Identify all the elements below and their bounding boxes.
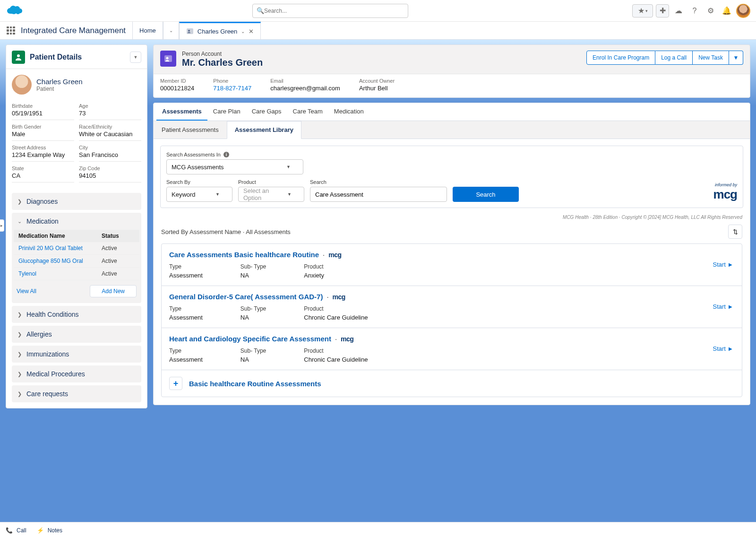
chevron-down-icon: ▼ — [287, 192, 292, 197]
tabs-card: Assessments Care Plan Care Gaps Care Tea… — [153, 103, 750, 405]
meta-value: Chronic Care Guideline — [304, 314, 368, 321]
person-account-icon — [160, 51, 176, 67]
object-label: Person Account — [182, 51, 263, 57]
value-phone[interactable]: 718-827-7147 — [213, 85, 251, 92]
record-title: Mr. Charles Green — [182, 57, 263, 68]
label-state: State — [12, 165, 74, 171]
assessment-title[interactable]: Care Assessments Basic healthcare Routin… — [169, 251, 734, 259]
meta-label: Product — [304, 347, 368, 354]
meta-value: NA — [241, 356, 266, 363]
accordion-health-conditions[interactable]: ❯Health Conditions — [12, 306, 141, 323]
chevron-down-icon: ▾ — [645, 9, 648, 13]
svg-point-4 — [166, 57, 169, 60]
more-actions-button[interactable]: ▼ — [729, 51, 743, 65]
value-zip: 94105 — [79, 172, 141, 179]
label-email: Email — [270, 78, 340, 84]
app-launcher-icon[interactable] — [7, 26, 15, 35]
label-phone: Phone — [213, 78, 251, 84]
star-icon: ★ — [638, 6, 644, 15]
tab-medication[interactable]: Medication — [328, 103, 369, 121]
select-search-in[interactable]: MCG Assessments▼ — [166, 159, 303, 174]
sidebar-menu[interactable]: ▼ — [130, 52, 141, 63]
add-new-button[interactable]: Add New — [90, 285, 137, 297]
medication-status: Active — [102, 258, 135, 264]
start-link[interactable]: Start▶ — [713, 261, 732, 268]
sidebar-header-left: Patient Details — [12, 51, 82, 64]
utility-call[interactable]: 📞Call — [6, 527, 26, 534]
value-race: White or Caucasian — [79, 130, 141, 138]
assessment-title[interactable]: Basic healthcare Routine Assessments — [189, 380, 321, 388]
nav-tab-record[interactable]: Charles Green ⌄ ✕ — [179, 22, 261, 39]
patient-summary: Charles Green Patient — [12, 75, 141, 95]
label-search-by: Search By — [166, 179, 232, 185]
sort-button[interactable]: ⇅ — [728, 225, 742, 239]
subtab-patient-assessments[interactable]: Patient Assessments — [154, 121, 227, 139]
log-call-button[interactable]: Log a Call — [655, 51, 693, 65]
accordion-immunizations[interactable]: ❯Immunizations — [12, 346, 141, 363]
assessment-title[interactable]: General Disorder-5 Care( Assessment GAD-… — [169, 293, 734, 301]
meta-value: Assessment — [169, 314, 203, 321]
search-input[interactable] — [310, 187, 447, 202]
help-icon[interactable]: ? — [688, 4, 701, 17]
favorites-dropdown[interactable]: ★▾ — [632, 4, 653, 17]
global-search[interactable]: 🔍 — [252, 4, 408, 18]
chevron-down-icon: ▼ — [286, 165, 291, 169]
meta-label: Sub- Type — [241, 347, 266, 354]
medication-link[interactable]: Glucophage 850 MG Oral — [18, 258, 102, 264]
select-value: MCG Assessments — [172, 164, 224, 171]
start-link[interactable]: Start▶ — [713, 303, 732, 310]
select-search-by[interactable]: Keyword▼ — [166, 187, 232, 202]
col-status: Status — [102, 233, 135, 239]
patient-name: Charles Green — [36, 78, 83, 86]
nav-tab-home-menu[interactable]: ⌄ — [163, 22, 179, 39]
user-avatar[interactable] — [736, 4, 750, 18]
expand-button[interactable]: + — [169, 377, 182, 390]
left-drawer-handle[interactable]: ▸ — [0, 219, 4, 232]
subtab-assessment-library[interactable]: Assessment Library — [227, 121, 301, 139]
select-placeholder: Select an Option — [243, 187, 287, 201]
guidance-icon[interactable]: ☁ — [672, 4, 685, 17]
enrol-button[interactable]: Enrol In Care Program — [586, 51, 655, 65]
select-product[interactable]: Select an Option▼ — [238, 187, 304, 202]
tab-assessments[interactable]: Assessments — [156, 103, 207, 121]
nav-tab-home[interactable]: Home — [132, 22, 163, 39]
chevron-down-icon: ▼ — [733, 54, 739, 61]
setup-gear-icon[interactable]: ⚙ — [704, 4, 717, 17]
start-link[interactable]: Start▶ — [713, 345, 732, 352]
accordion-allergies[interactable]: ❯Allergies — [12, 326, 141, 343]
global-search-input[interactable] — [264, 8, 404, 14]
accordion-care-requests[interactable]: ❯Care requests — [12, 385, 141, 402]
utility-notes[interactable]: ⚡Notes — [37, 527, 62, 534]
new-task-button[interactable]: New Task — [693, 51, 729, 65]
play-icon: ▶ — [729, 304, 732, 309]
tab-care-team[interactable]: Care Team — [287, 103, 328, 121]
add-icon[interactable]: ✚ — [656, 4, 669, 17]
info-icon[interactable]: i — [223, 152, 229, 157]
tab-care-plan[interactable]: Care Plan — [207, 103, 246, 121]
chevron-down-icon[interactable]: ⌄ — [241, 29, 245, 34]
notifications-bell-icon[interactable]: 🔔 — [720, 4, 733, 17]
meta-value: Assessment — [169, 356, 203, 363]
accordion-medication[interactable]: ⌄Medication — [12, 213, 141, 230]
view-all-link[interactable]: View All — [17, 288, 36, 295]
search-button[interactable]: Search — [453, 187, 519, 202]
svg-point-1 — [188, 30, 190, 32]
search-panel: Search Assessments Ini MCG Assessments▼ … — [160, 146, 743, 208]
assessment-title[interactable]: Heart and Cardiology Specific Care Asses… — [169, 335, 734, 343]
app-nav-left: Integrated Care Management — [0, 22, 132, 39]
accordion-diagnoses[interactable]: ❯Diagnoses — [12, 193, 141, 210]
medication-link[interactable]: Prinivil 20 MG Oral Tablet — [18, 245, 102, 252]
close-icon[interactable]: ✕ — [249, 28, 254, 35]
accordion-procedures[interactable]: ❯Medical Procedures — [12, 365, 141, 382]
divider — [6, 69, 147, 69]
medication-link[interactable]: Tylenol — [18, 270, 102, 277]
meta-value: NA — [241, 272, 266, 279]
meta-label: Product — [304, 263, 324, 270]
nav-tabs: Home ⌄ Charles Green ⌄ ✕ — [132, 22, 261, 39]
chevron-right-icon: ❯ — [17, 351, 22, 357]
tab-care-gaps[interactable]: Care Gaps — [246, 103, 287, 121]
sub-tabs: Patient Assessments Assessment Library — [154, 121, 750, 139]
value-gender: Male — [12, 130, 74, 138]
chevron-right-icon: ❯ — [17, 371, 22, 377]
chevron-down-icon: ⌄ — [169, 28, 173, 33]
